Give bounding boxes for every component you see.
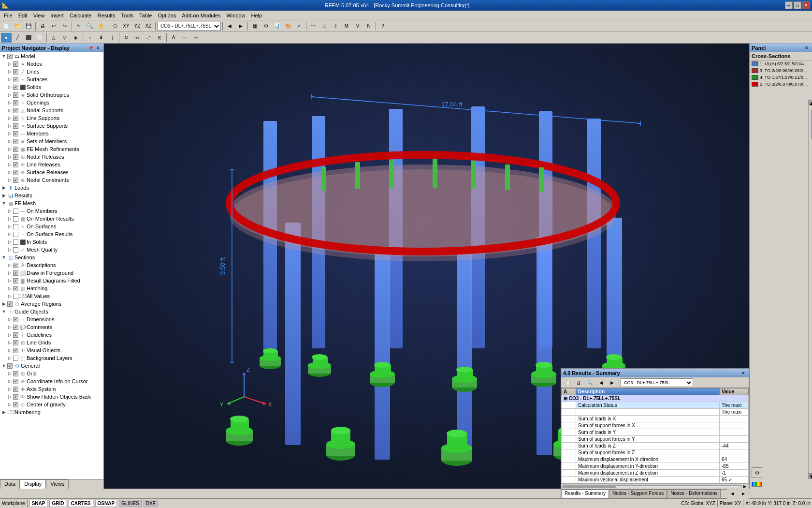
expander-coord-info[interactable]: ▷ <box>7 378 13 384</box>
checkbox-center-gravity[interactable] <box>13 402 18 407</box>
panel-close-button[interactable]: ✕ <box>803 45 810 51</box>
mesh-button[interactable]: ▦ <box>249 21 260 31</box>
expander-general[interactable]: ▼ <box>1 363 7 369</box>
moment-button[interactable]: M <box>341 21 352 31</box>
expander-model[interactable]: ▼ <box>1 53 7 59</box>
load-case-dropdown[interactable]: CO3 - DL+.75LL+.75SL <box>157 22 221 30</box>
checkbox-general[interactable] <box>7 363 13 369</box>
checkbox-on-surface-results[interactable] <box>13 232 18 237</box>
tab-views[interactable]: Views <box>46 479 69 489</box>
res-next-btn[interactable]: ▶ <box>607 378 617 388</box>
checkbox-comments[interactable] <box>13 325 18 330</box>
expander-comments[interactable]: ▷ <box>7 324 13 330</box>
label-btn[interactable]: A <box>168 33 179 43</box>
scrollbar-thumb-h[interactable] <box>563 486 616 488</box>
checkbox-members[interactable] <box>13 131 18 136</box>
move-btn[interactable]: ⇔ <box>132 33 143 43</box>
tab-display[interactable]: Display <box>20 479 46 489</box>
expander-grid[interactable]: ▷ <box>7 371 13 376</box>
tree-item-fe-refinements[interactable]: ▷ ▦ FE Mesh Refinements <box>0 145 103 153</box>
tree-item-on-surfaces[interactable]: ▷ ▪ On Surfaces <box>0 223 103 230</box>
cartes-status[interactable]: CARTES <box>68 500 93 507</box>
tree-item-solid-orth[interactable]: ▷ ◈ Solid Orthotropies <box>0 91 103 99</box>
expander-on-surface-results[interactable]: ▷ <box>7 231 13 237</box>
expander-axis-system[interactable]: ▷ <box>7 386 13 392</box>
tree-item-general[interactable]: ▼ ⚙ General <box>0 362 103 370</box>
expander-center-gravity[interactable]: ▷ <box>7 402 13 407</box>
tree-item-sets-members[interactable]: ▷ ≡ Sets of Members <box>0 137 103 145</box>
expander-on-members[interactable]: ▷ <box>7 208 13 214</box>
expander-members[interactable]: ▷ <box>7 131 13 136</box>
grid-status[interactable]: GRID <box>49 500 66 507</box>
tree-item-coord-info[interactable]: ▷ ⊕ Coordinate Info on Cursor <box>0 377 103 385</box>
checkbox-fe-refinements[interactable] <box>13 147 18 152</box>
scrollbar-up[interactable]: ▲ <box>809 100 812 105</box>
expander-dimensions[interactable]: ▷ <box>7 316 13 322</box>
tree-item-model[interactable]: ▼ 🗂 Model <box>0 52 103 60</box>
tree-item-nodal-constraints[interactable]: ▷ ⊗ Nodal Constraints <box>0 176 103 184</box>
checkbox-dimensions[interactable] <box>13 317 18 322</box>
expander-nodal-constraints[interactable]: ▷ <box>7 177 13 183</box>
checkbox-on-surfaces[interactable] <box>13 224 18 229</box>
expander-solid-orth[interactable]: ▷ <box>7 92 13 98</box>
expander-sections[interactable]: ▼ <box>1 254 7 260</box>
checkbox-line-supports[interactable] <box>13 116 18 121</box>
scrollbar-down[interactable]: ▼ <box>809 473 812 479</box>
tree-item-numbering[interactable]: ▶ 123 Numbering <box>0 408 103 416</box>
tree-item-line-releases[interactable]: ▷ ⊕ Line Releases <box>0 161 103 168</box>
glines-status[interactable]: GLINES <box>119 500 142 507</box>
next-button[interactable]: ▶ <box>235 21 246 31</box>
prev-button[interactable]: ◀ <box>224 21 235 31</box>
checkbox-coord-info[interactable] <box>13 379 18 384</box>
expander-surface-releases[interactable]: ▷ <box>7 169 13 175</box>
tree-item-surfaces[interactable]: ▷ ▪ Surfaces <box>0 75 103 83</box>
tree-item-hatching[interactable]: ▷ ▧ Hatching <box>0 284 103 292</box>
tree-item-lines[interactable]: ▷ ╱ Lines <box>0 68 103 75</box>
checkbox-background-layers[interactable] <box>13 356 18 361</box>
tree-item-surface-releases[interactable]: ▷ ⊕ Surface Releases <box>0 168 103 176</box>
tree-item-descriptions[interactable]: ▷ A Descriptions <box>0 261 103 269</box>
checkbox-mesh-quality[interactable] <box>13 247 18 253</box>
expander-results[interactable]: ▶ <box>1 193 7 198</box>
results-combo[interactable]: CO3 - DL+.75LL+.75SL <box>621 378 693 387</box>
expander-hatching[interactable]: ▷ <box>7 285 13 291</box>
checkbox-openings[interactable] <box>13 100 18 105</box>
tree-item-line-grids[interactable]: ▷ ⊞ Line Grids <box>0 339 103 346</box>
checkbox-axis-system[interactable] <box>13 387 18 392</box>
menu-edit[interactable]: Edit <box>15 12 30 19</box>
menu-calculate[interactable]: Calculate <box>67 12 95 19</box>
tab-nodes-support-forces[interactable]: Nodes - Support Forces <box>609 490 667 498</box>
node-btn[interactable]: ● <box>1 33 12 43</box>
axial-button[interactable]: N <box>363 21 374 31</box>
menu-help[interactable]: Help <box>248 12 265 19</box>
checkbox-visual-objects[interactable] <box>13 348 18 353</box>
expander-fe-refinements[interactable]: ▷ <box>7 146 13 152</box>
tree-item-results[interactable]: ▶ 📊 Results <box>0 192 103 199</box>
expander-on-member-results[interactable]: ▷ <box>7 216 13 222</box>
menu-file[interactable]: File <box>1 12 15 19</box>
tree-item-show-hidden[interactable]: ▷ 👁 Show Hidden Objects Back <box>0 393 103 401</box>
results-scrollbar[interactable]: ▶ <box>561 483 749 489</box>
tree-item-background-layers[interactable]: ▷ ⬚ Background Layers <box>0 354 103 362</box>
checkbox-nodes[interactable] <box>13 61 18 67</box>
checkbox-on-members[interactable] <box>13 209 18 214</box>
tree-item-visual-objects[interactable]: ▷ 👁 Visual Objects <box>0 346 103 354</box>
tab-data[interactable]: Data <box>0 479 20 489</box>
tree-item-surface-supports[interactable]: ▷ ▿ Surface Supports <box>0 122 103 130</box>
tree-item-guide-objects[interactable]: ▼ ⊹ Guide Objects <box>0 308 103 315</box>
expander-result-diagrams[interactable]: ▷ <box>7 278 13 284</box>
expander-draw-foreground[interactable]: ▷ <box>7 270 13 276</box>
calc-button[interactable]: ⚙ <box>261 21 271 31</box>
checkbox-solid-orth[interactable] <box>13 92 18 98</box>
mirror-btn[interactable]: ⇌ <box>143 33 154 43</box>
res-filter-btn[interactable]: 🔍 <box>584 378 595 388</box>
tree-item-nodal-supports[interactable]: ▷ △ Nodal Supports <box>0 106 103 114</box>
expander-surface-supports[interactable]: ▷ <box>7 123 13 129</box>
save-button[interactable]: 💾 <box>23 21 34 31</box>
copy-btn[interactable]: ⎘ <box>154 33 165 43</box>
nodal-sup-btn[interactable]: △ <box>48 33 59 43</box>
nav-pin-button[interactable]: 📌 <box>87 45 94 51</box>
osnap-status[interactable]: OSNAP <box>95 500 117 507</box>
tab-results-summary[interactable]: Results - Summary <box>561 490 609 498</box>
checkbox-descriptions[interactable] <box>13 263 18 268</box>
